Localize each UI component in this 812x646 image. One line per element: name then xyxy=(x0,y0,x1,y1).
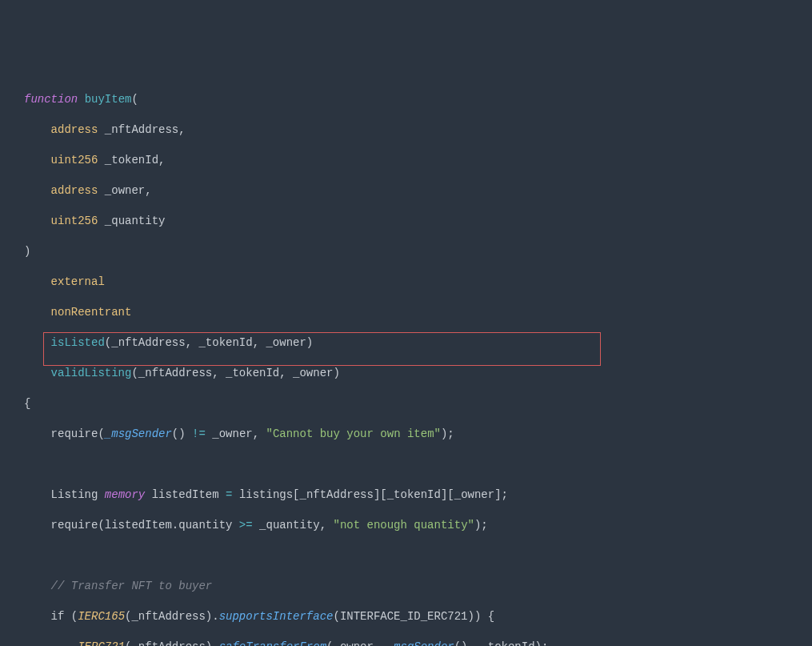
text: (_owner, xyxy=(326,640,387,646)
text: (_nftAddress). xyxy=(125,640,219,646)
modifier-external: external xyxy=(51,275,105,288)
code-line: { xyxy=(24,396,788,411)
args: (_nftAddress, _tokenId, _owner) xyxy=(131,367,339,379)
param: _owner, xyxy=(98,184,151,197)
code-line-blank xyxy=(24,457,788,472)
modifier-nonreentrant: nonReentrant xyxy=(51,306,132,319)
text: (INTERFACE_ID_ERC721)) { xyxy=(333,610,494,623)
code-line: validListing(_nftAddress, _tokenId, _own… xyxy=(24,366,788,381)
text: if ( xyxy=(51,610,78,623)
text: () xyxy=(172,427,192,440)
text: ); xyxy=(441,427,454,440)
code-line: // Transfer NFT to buyer xyxy=(24,579,788,594)
text: require(listedItem.quantity xyxy=(51,519,239,532)
code-line: ) xyxy=(24,244,788,259)
text: listings[_nftAddress][_tokenId][_owner]; xyxy=(232,488,507,501)
text: Listing xyxy=(51,488,105,501)
keyword-function: function xyxy=(24,93,78,106)
punct: ) xyxy=(24,245,30,258)
code-line-blank xyxy=(24,548,788,564)
param: _tokenId, xyxy=(98,154,165,167)
op-neq: != xyxy=(192,427,206,440)
type-ierc721: IERC721 xyxy=(78,640,125,646)
brace-open: { xyxy=(24,397,30,410)
code-line: isListed(_nftAddress, _tokenId, _owner) xyxy=(24,335,788,351)
punct: ( xyxy=(131,93,138,106)
args: (_nftAddress, _tokenId, _owner) xyxy=(105,336,313,349)
comment: // Transfer NFT to buyer xyxy=(51,580,213,592)
text: _owner, xyxy=(206,427,266,440)
msgsender-call: _msgSender xyxy=(387,640,454,646)
param: _nftAddress, xyxy=(98,123,185,136)
code-line: require(_msgSender() != _owner, "Cannot … xyxy=(24,427,788,442)
text: listedItem xyxy=(145,488,226,501)
code-line: nonReentrant xyxy=(24,305,788,320)
type-address: address xyxy=(51,123,98,136)
code-line: external xyxy=(24,275,788,290)
code-line: uint256 _tokenId, xyxy=(24,153,788,168)
code-line: address _owner, xyxy=(24,183,788,199)
code-block: function buyItem( address _nftAddress, u… xyxy=(24,77,788,646)
function-name: buyItem xyxy=(85,93,132,106)
method-supportsinterface: supportsInterface xyxy=(219,610,334,623)
string-literal: "not enough quantity" xyxy=(334,519,474,532)
text: require( xyxy=(51,427,105,440)
code-line: uint256 _quantity xyxy=(24,214,788,229)
modifier-validlisting: validListing xyxy=(51,367,132,379)
code-line: function buyItem( xyxy=(24,92,788,107)
keyword-memory: memory xyxy=(105,488,145,501)
code-line: require(listedItem.quantity >= _quantity… xyxy=(24,518,788,533)
code-line: IERC721(_nftAddress).safeTransferFrom(_o… xyxy=(24,640,788,646)
text: _quantity, xyxy=(253,519,334,532)
type-address: address xyxy=(51,184,98,197)
text: (_nftAddress). xyxy=(125,610,219,623)
method-safetransferfrom: safeTransferFrom xyxy=(219,640,326,646)
code-line: Listing memory listedItem = listings[_nf… xyxy=(24,488,788,503)
text: ); xyxy=(474,519,488,532)
type-uint256: uint256 xyxy=(51,154,98,167)
param: _quantity xyxy=(98,215,165,227)
text: (), _tokenId); xyxy=(454,640,549,646)
code-line: address _nftAddress, xyxy=(24,122,788,138)
type-uint256: uint256 xyxy=(51,215,98,227)
op-gte: >= xyxy=(239,519,253,532)
code-line: if (IERC165(_nftAddress).supportsInterfa… xyxy=(24,609,788,624)
modifier-islisted: isListed xyxy=(51,336,105,349)
msgsender-call: _msgSender xyxy=(105,427,172,440)
type-ierc165: IERC165 xyxy=(78,610,125,623)
string-literal: "Cannot buy your own item" xyxy=(266,427,441,440)
